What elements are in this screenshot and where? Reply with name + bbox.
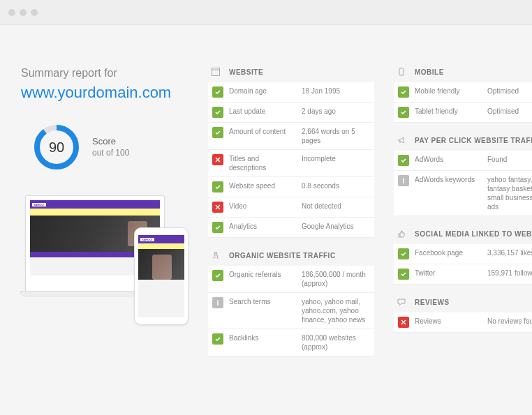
metric-value: 2,664 words on 5 pages — [302, 127, 370, 145]
score-widget: 90 Score out of 100 — [21, 123, 189, 172]
status-icon — [398, 317, 409, 328]
status-icon — [398, 86, 409, 98]
status-icon — [398, 269, 409, 280]
score-sublabel: out of 100 — [92, 148, 129, 159]
metric-row: AnalyticsGoogle Analytics — [208, 218, 374, 238]
metric-label: Organic referrals — [229, 270, 296, 279]
metric-row: Amount of content2,664 words on 5 pages — [208, 123, 374, 150]
mobile-icon — [397, 67, 406, 77]
metric-row: Mobile friendlyOptimised — [394, 82, 532, 103]
svg-point-5 — [401, 74, 402, 75]
traffic-light-min[interactable] — [20, 9, 27, 16]
traffic-light-max[interactable] — [31, 9, 38, 16]
metric-value: yahoo, yahoo mail, yahoo.com, yahoo fina… — [302, 297, 370, 324]
status-icon: i — [398, 175, 409, 186]
section-title: PAY PER CLICK WEBSITE TRAFFIC — [415, 137, 532, 144]
window-icon — [211, 67, 221, 77]
section-title: ORGANIC WEBSITE TRAFFIC — [229, 252, 336, 259]
metric-value: Optimised — [487, 86, 532, 96]
metric-row: Backlinks800,000 websites (approx) — [208, 329, 374, 356]
metric-label: Facebook page — [415, 248, 482, 257]
status-icon — [212, 181, 223, 193]
metric-value: Not detected — [302, 202, 370, 211]
megaphone-icon — [397, 135, 406, 145]
metric-label: Tablet friendly — [415, 107, 482, 116]
domain-name[interactable]: www.yourdomain.com — [21, 84, 189, 102]
status-icon — [212, 86, 223, 98]
section-title: REVIEWS — [415, 299, 450, 306]
phone-preview: YAHOO! — [134, 227, 189, 325]
metric-row: iSearch termsyahoo, yahoo mail, yahoo.co… — [208, 293, 374, 329]
score-value: 90 — [49, 139, 64, 156]
metric-label: Video — [229, 202, 296, 211]
metric-value: yahoo fantasy, fantasy basketball, small… — [487, 175, 532, 211]
score-ring: 90 — [32, 123, 81, 172]
metric-value: Google Analytics — [302, 222, 370, 231]
metric-value: 800,000 websites (approx) — [302, 333, 370, 352]
metric-row: Last update2 days ago — [208, 103, 374, 123]
section-title: WEBSITE — [229, 68, 263, 76]
status-icon — [212, 202, 223, 213]
metric-label: AdWords keywords — [415, 175, 482, 184]
window-titlebar — [0, 0, 532, 25]
metric-row: iAdWords keywordsyahoo fantasy, fantasy … — [394, 171, 532, 216]
status-icon — [212, 270, 223, 281]
metric-value: No reviews found — [487, 317, 532, 326]
metric-value: Optimised — [487, 107, 532, 116]
svg-rect-2 — [212, 68, 220, 76]
metric-row: Website speed0.8 seconds — [208, 177, 374, 197]
section-website: WEBSITE Domain age18 Jan 1995Last update… — [208, 67, 374, 238]
metric-label: Last update — [229, 107, 296, 116]
status-icon — [212, 127, 223, 138]
score-label: Score — [92, 136, 129, 148]
metric-label: Domain age — [229, 86, 296, 96]
chat-icon — [397, 297, 406, 307]
metric-label: Titles and descriptions — [229, 154, 296, 172]
section-social: SOCIAL MEDIA LINKED TO WEBSITE Facebook … — [394, 229, 532, 285]
metric-label: Mobile friendly — [415, 86, 482, 96]
metric-label: Amount of content — [229, 127, 296, 136]
metric-label: Search terms — [229, 297, 296, 306]
status-icon — [212, 222, 223, 233]
status-icon: i — [212, 297, 223, 308]
metric-label: AdWords — [415, 155, 482, 164]
section-mobile: MOBILE Mobile friendlyOptimisedTablet fr… — [394, 67, 532, 123]
metric-value: 2 days ago — [302, 107, 370, 116]
metric-row: VideoNot detected — [208, 197, 374, 218]
metric-label: Website speed — [229, 181, 296, 190]
metric-row: Twitter159,971 followers — [394, 264, 532, 285]
status-icon — [398, 107, 409, 118]
metric-value: 18 Jan 1995 — [302, 86, 370, 96]
metric-row: ReviewsNo reviews found — [394, 312, 532, 333]
metric-row: AdWordsFound — [394, 151, 532, 171]
status-icon — [212, 333, 223, 345]
thumbs-up-icon — [397, 229, 406, 239]
metric-value: 0.8 seconds — [302, 181, 370, 190]
metric-label: Reviews — [415, 317, 482, 326]
metric-label: Backlinks — [229, 333, 296, 342]
section-organic: ORGANIC WEBSITE TRAFFIC Organic referral… — [208, 250, 374, 356]
metric-label: Analytics — [229, 222, 296, 231]
metric-row: Tablet friendlyOptimised — [394, 103, 532, 123]
summary-label: Summary report for — [21, 67, 189, 80]
section-title: MOBILE — [415, 68, 444, 76]
traffic-light-close[interactable] — [8, 9, 15, 16]
metric-label: Twitter — [415, 269, 482, 278]
status-icon — [212, 154, 223, 165]
section-reviews: REVIEWS ReviewsNo reviews found — [394, 297, 532, 333]
metric-row: Facebook page3,336,157 likes — [394, 244, 532, 264]
metric-row: Organic referrals186,500,000 / month (ap… — [208, 266, 374, 293]
metric-row: Titles and descriptionsIncomplete — [208, 150, 374, 177]
metric-row: Domain age18 Jan 1995 — [208, 82, 374, 103]
road-icon — [211, 250, 221, 260]
section-title: SOCIAL MEDIA LINKED TO WEBSITE — [415, 230, 532, 238]
metric-value: Incomplete — [302, 154, 370, 163]
metric-value: 3,336,157 likes — [487, 248, 532, 257]
metric-value: 159,971 followers — [487, 269, 532, 278]
section-ppc: PAY PER CLICK WEBSITE TRAFFIC AdWordsFou… — [394, 135, 532, 216]
status-icon — [398, 155, 409, 166]
status-icon — [398, 248, 409, 259]
status-icon — [212, 107, 223, 118]
device-preview: YAHOO! YAHOO! — [25, 195, 179, 314]
metric-value: Found — [487, 155, 532, 164]
